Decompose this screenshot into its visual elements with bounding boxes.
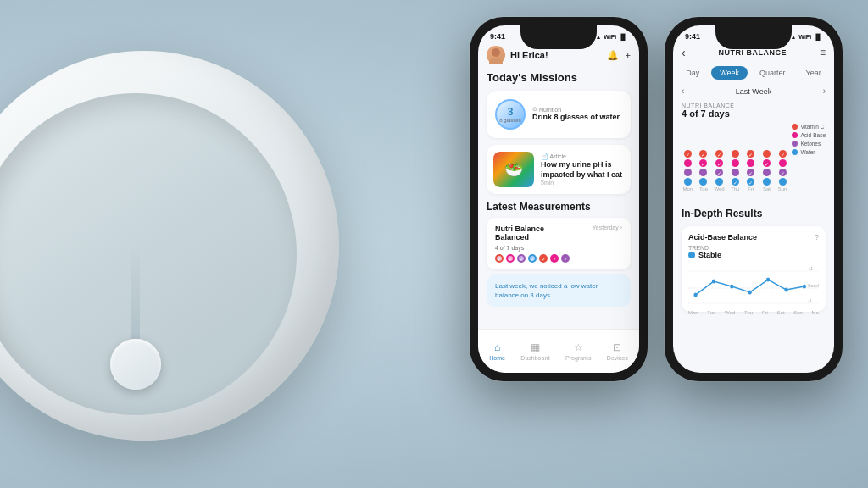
mission-tag: ⊙ Nutrition — [532, 106, 622, 113]
dot-7 — [561, 254, 570, 263]
water-alert: Last week, we noticed a low water balanc… — [487, 274, 631, 307]
mcard-header: Nutri BalanceBalanced Yesterday › — [495, 225, 622, 241]
divider — [682, 202, 826, 202]
bar-fri: ✓ ✓ ✓ — [745, 150, 758, 191]
screen-title: NUTRI BALANCE — [719, 48, 787, 57]
nav-dashboard[interactable]: ▦ Dashboard — [520, 341, 549, 361]
prev-week-button[interactable]: ‹ — [682, 86, 684, 96]
dot-5 — [539, 254, 548, 263]
article-tag: 📄 Article — [541, 153, 624, 160]
tab-week[interactable]: Week — [711, 66, 748, 80]
nav-home-label: Home — [489, 355, 505, 361]
chart-day-labels: Mon Tue Wed Thu Fri Sat Sun Mo — [688, 310, 819, 315]
mcard-title: Nutri BalanceBalanced — [495, 225, 544, 241]
legend-water-label: Water — [800, 149, 815, 155]
user-avatar — [487, 46, 505, 64]
header-icons: 🔔 + — [607, 50, 631, 61]
bars-row: ✓ Mon — [682, 124, 788, 191]
dashboard-icon: ▦ — [531, 341, 540, 353]
phone-1-bottom-nav: ⌂ Home ▦ Dashboard ☆ Programs ⊡ Devices — [478, 329, 639, 373]
article-text: 📄 Article How my urine pH is impacted by… — [541, 153, 624, 186]
result-info-icon[interactable]: ? — [815, 233, 819, 241]
result-name: Acid-Base Balance — [688, 233, 757, 241]
tab-quarter[interactable]: Quarter — [751, 66, 794, 80]
nutri-balance-chart: NUTRI BALANCE 4 of 7 days ✓ — [682, 103, 826, 195]
programs-icon: ☆ — [574, 341, 583, 353]
chart-with-legend: ✓ Mon — [682, 124, 826, 195]
vitamin-c-dot — [792, 124, 798, 130]
bar-thu: ✓ Thu — [729, 150, 742, 191]
svg-point-14 — [803, 285, 806, 289]
bar-mon: ✓ Mon — [682, 150, 694, 191]
phone-1-time: 9:41 — [490, 32, 505, 41]
svg-point-13 — [784, 288, 787, 292]
bar-sun: ✓ ✓ Sun — [776, 150, 789, 191]
legend-acid-base: Acid-Base — [792, 132, 826, 138]
dot-6 — [550, 254, 559, 263]
tab-day[interactable]: Day — [677, 66, 708, 80]
nav-dashboard-label: Dashboard — [520, 355, 549, 361]
water-mission-card[interactable]: 3 8 glasses ⊙ Nutrition Drink 8 glasses … — [487, 91, 631, 138]
home-icon: ⌂ — [494, 341, 500, 353]
phone-1-notch — [520, 25, 597, 49]
bar-sat: ✓ Sat — [760, 150, 773, 191]
legend-water: Water — [792, 149, 826, 155]
svg-point-12 — [766, 278, 770, 282]
mini-line-chart: Baseline +1 -1 — [688, 263, 819, 305]
article-title: How my urine pH is impacted by what I ea… — [541, 160, 624, 180]
ketones-dot — [792, 141, 798, 147]
article-card[interactable]: 📄 Article How my urine pH is impacted by… — [487, 145, 631, 194]
phone-2-screen: 9:41 ▲▲▲ WiFi ▐▌ ‹ NUTRI BALANCE ≡ Day W — [673, 25, 834, 373]
result-item: Acid-Base Balance ? TREND Stable Baselin — [682, 226, 826, 312]
toilet-inner — [0, 93, 297, 415]
svg-text:-1: -1 — [808, 298, 812, 303]
article-icon: 📄 — [541, 153, 550, 159]
svg-text:+1: +1 — [808, 266, 813, 271]
phone-1-screen: 9:41 ▲▲▲ WiFi ▐▌ — [478, 25, 639, 373]
acid-base-dot — [792, 132, 798, 138]
chart-subtitle: 4 of 7 days — [682, 108, 826, 119]
nav-devices[interactable]: ⊡ Devices — [607, 341, 628, 361]
back-button[interactable]: ‹ — [682, 46, 686, 59]
trend-text: Stable — [698, 251, 721, 259]
dots-row — [495, 254, 622, 263]
mission-description: Drink 8 glasses of water — [532, 113, 622, 123]
svg-text:Baseline: Baseline — [808, 283, 819, 288]
greeting-text: Hi Erica! — [510, 50, 548, 60]
mission-text: ⊙ Nutrition Drink 8 glasses of water — [532, 106, 622, 123]
wifi-icon-2: WiFi — [798, 34, 811, 40]
nav-home[interactable]: ⌂ Home — [489, 341, 505, 361]
water-count-circle: 3 8 glasses — [495, 99, 526, 130]
phone-2-content: ‹ NUTRI BALANCE ≡ Day Week Quarter Year … — [673, 42, 834, 312]
mcard-sub: 4 of 7 days — [495, 245, 622, 251]
legend-vitamin-c-label: Vitamin C — [800, 124, 824, 130]
menu-button[interactable]: ≡ — [820, 47, 826, 58]
legend-vitamin-c: Vitamin C — [792, 124, 826, 130]
dot-3 — [517, 254, 526, 263]
nav-programs[interactable]: ☆ Programs — [565, 341, 591, 361]
legend-ketones: Ketones — [792, 141, 826, 147]
legend-ketones-label: Ketones — [800, 141, 821, 147]
toilet-bowl — [0, 51, 339, 441]
chart-label: NUTRI BALANCE — [682, 103, 826, 108]
notification-icon[interactable]: 🔔 — [607, 50, 619, 61]
measurement-card[interactable]: Nutri BalanceBalanced Yesterday › 4 of 7… — [487, 218, 631, 269]
missions-title: Today's Missions — [487, 71, 631, 84]
week-label: Last Week — [736, 87, 771, 96]
battery-icon: ▐▌ — [619, 34, 627, 40]
mcard-date: Yesterday › — [593, 225, 622, 230]
trend-status-dot — [688, 252, 695, 258]
devices-icon: ⊡ — [613, 341, 621, 353]
wifi-icon: WiFi — [604, 34, 616, 40]
next-week-button[interactable]: › — [823, 86, 826, 96]
tab-year[interactable]: Year — [798, 66, 830, 80]
dot-4 — [528, 254, 537, 263]
svg-point-8 — [693, 293, 697, 297]
phone-2-notch — [715, 25, 792, 49]
toilet-strip — [131, 246, 140, 347]
article-time: 5min — [541, 180, 624, 186]
nutrition-icon: ⊙ — [532, 106, 537, 113]
add-icon[interactable]: + — [626, 50, 631, 60]
water-dot — [792, 149, 798, 155]
svg-point-0 — [492, 48, 500, 57]
